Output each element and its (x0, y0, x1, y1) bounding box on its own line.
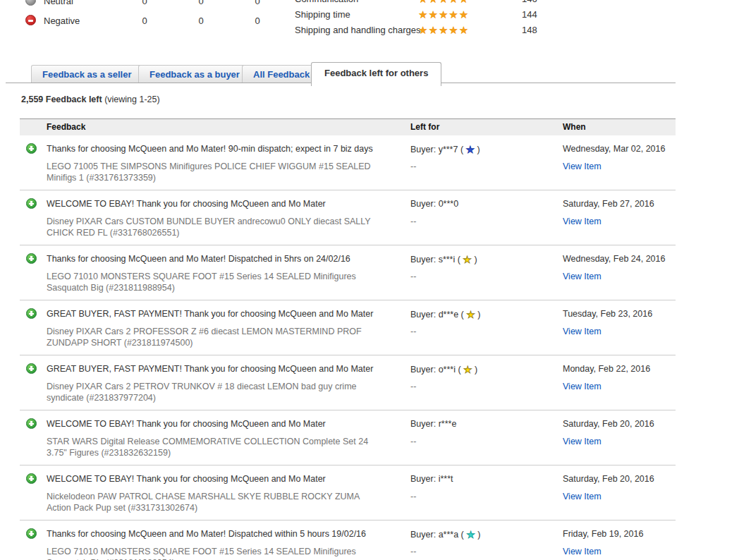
feedback-row: Thanks for choosing McQueen and Mo Mater… (20, 135, 676, 190)
dsr-star-rating-icon: ★★★★★ (418, 24, 469, 37)
left-for-cell: Buyer: a***a ( ★ ) -- (410, 521, 563, 560)
left-for-cell: Buyer: r***e -- (410, 410, 563, 465)
left-for-dash: -- (410, 492, 563, 501)
feedback-row: WELCOME TO EBAY! Thank you for choosing … (20, 465, 676, 521)
feedback-tabs: Feedback as a sellerFeedback as a buyerA… (0, 62, 751, 87)
summary-label: Negative (44, 16, 80, 26)
left-for-cell: Buyer: d***e ( ★ ) -- (410, 300, 563, 355)
positive-feedback-icon (26, 418, 37, 429)
tab-feedback-as-a-buyer[interactable]: Feedback as a buyer (138, 65, 251, 83)
neutral-feedback-icon (25, 0, 36, 6)
positive-feedback-icon (26, 473, 37, 484)
feedback-comment: GREAT BUYER, FAST PAYMENT! Thank you for… (47, 309, 405, 321)
summary-count: 0 (251, 0, 264, 6)
summary-label: Neutral (44, 0, 73, 6)
summary-row-neutral: Neutral000 (25, 0, 307, 7)
left-for-dash: -- (410, 162, 563, 171)
summary-count: 0 (251, 16, 264, 26)
dsr-star-rating-icon: ★★★★★ (418, 8, 469, 21)
feedback-star-wrap: ( ★ ) (458, 530, 480, 540)
buyer-label: Buyer: (410, 419, 436, 429)
buyer-username[interactable]: 0***0 (439, 199, 459, 209)
feedback-row: WELCOME TO EBAY! Thank you for choosing … (20, 410, 676, 465)
buyer-username[interactable]: a***a (439, 530, 459, 540)
feedback-date: Wednesday, Mar 02, 2016 (563, 144, 676, 156)
header-left-for: Left for (410, 119, 563, 135)
feedback-row: WELCOME TO EBAY! Thank you for choosing … (20, 190, 676, 245)
left-for-dash: -- (410, 272, 563, 281)
feedback-date: Wednesday, Feb 24, 2016 (563, 254, 676, 266)
left-for-dash: -- (410, 327, 563, 336)
feedback-cell: WELCOME TO EBAY! Thank you for choosing … (20, 465, 410, 520)
feedback-row: GREAT BUYER, FAST PAYMENT! Thank you for… (20, 355, 676, 410)
buyer-username[interactable]: y***7 (439, 145, 458, 154)
dsr-count: 144 (522, 9, 537, 20)
buyer-label: Buyer: (410, 145, 436, 154)
view-item-link[interactable]: View Item (563, 217, 602, 226)
item-description: Nickelodeon PAW PATROL CHASE MARSHALL SK… (47, 492, 385, 520)
buyer-label: Buyer: (410, 310, 436, 319)
item-description: Disney PIXAR Cars 2 PROFESSOR Z #6 dieca… (47, 327, 385, 355)
view-item-link[interactable]: View Item (563, 272, 602, 281)
buyer-username[interactable]: o***i (439, 365, 456, 375)
feedback-cell: WELCOME TO EBAY! Thank you for choosing … (20, 190, 410, 245)
feedback-cell: Thanks for choosing McQueen and Mo Mater… (20, 135, 410, 190)
buyer-username[interactable]: s***i (439, 255, 456, 264)
feedback-comment: Thanks for choosing McQueen and Mo Mater… (47, 529, 405, 541)
feedback-count-line: 2,559 Feedback left (viewing 1-25) (21, 95, 160, 104)
item-description: LEGO 71005 THE SIMPSONS Minifigures POLI… (47, 162, 385, 190)
positive-feedback-icon (26, 253, 37, 264)
left-for-cell: Buyer: s***i ( ★ ) -- (410, 245, 563, 300)
negative-feedback-icon (25, 15, 36, 25)
feedback-star-wrap: ( ★ ) (455, 255, 477, 264)
tab-feedback-left-for-others[interactable]: Feedback left for others (311, 62, 441, 86)
summary-count: 0 (138, 0, 151, 6)
left-for-dash: -- (410, 547, 563, 556)
buyer-username[interactable]: d***e (439, 310, 459, 319)
dsr-label: Communication (295, 0, 358, 4)
feedback-star-icon: ★ (463, 254, 472, 265)
feedback-rows: Thanks for choosing McQueen and Mo Mater… (20, 135, 676, 560)
feedback-star-wrap: ( ★ ) (456, 365, 477, 375)
feedback-table-header: Feedback Left for When (20, 118, 676, 135)
feedback-count-viewing: (viewing 1-25) (104, 95, 160, 104)
view-item-link[interactable]: View Item (563, 437, 602, 446)
tab-all-feedback[interactable]: All Feedback (242, 65, 321, 83)
summary-count: 0 (138, 16, 151, 26)
positive-feedback-icon (26, 528, 37, 539)
when-cell: Tuesday, Feb 23, 2016 View Item (563, 300, 676, 355)
view-item-link[interactable]: View Item (563, 162, 602, 171)
view-item-link[interactable]: View Item (563, 327, 602, 336)
feedback-date: Saturday, Feb 27, 2016 (563, 199, 676, 211)
positive-feedback-icon (26, 308, 37, 319)
view-item-link[interactable]: View Item (563, 382, 602, 391)
view-item-link[interactable]: View Item (563, 547, 602, 556)
item-description: Disney PIXAR Cars 2 PETROV TRUNKOV # 18 … (47, 382, 385, 410)
left-for-cell: Buyer: y***7 ( ★ ) -- (410, 135, 563, 190)
buyer-username[interactable]: r***e (439, 419, 457, 429)
dsr-label: Shipping time (295, 9, 350, 20)
feedback-comment: Thanks for choosing McQueen and Mo Mater… (47, 144, 405, 156)
feedback-star-wrap: ( ★ ) (458, 310, 480, 319)
buyer-label: Buyer: (410, 530, 436, 540)
feedback-comment: Thanks for choosing McQueen and Mo Mater… (47, 254, 405, 266)
summary-count: 0 (195, 16, 207, 26)
tab-feedback-as-a-seller[interactable]: Feedback as a seller (31, 65, 142, 83)
feedback-cell: GREAT BUYER, FAST PAYMENT! Thank you for… (20, 355, 410, 410)
positive-feedback-icon (26, 363, 37, 374)
left-for-cell: Buyer: o***i ( ★ ) -- (410, 355, 563, 410)
feedback-cell: GREAT BUYER, FAST PAYMENT! Thank you for… (20, 300, 410, 355)
summary-count: 0 (195, 0, 207, 6)
when-cell: Wednesday, Feb 24, 2016 View Item (563, 245, 676, 300)
buyer-label: Buyer: (410, 365, 436, 375)
left-for-cell: Buyer: i***t -- (410, 465, 563, 520)
feedback-star-wrap: ( ★ ) (458, 145, 480, 154)
left-for-dash: -- (410, 382, 563, 391)
when-cell: Saturday, Feb 20, 2016 View Item (563, 465, 676, 520)
view-item-link[interactable]: View Item (563, 492, 602, 501)
header-when: When (563, 119, 676, 135)
feedback-comment: WELCOME TO EBAY! Thank you for choosing … (47, 199, 405, 211)
feedback-comment: GREAT BUYER, FAST PAYMENT! Thank you for… (47, 364, 405, 376)
buyer-username[interactable]: i***t (439, 474, 453, 484)
feedback-cell: Thanks for choosing McQueen and Mo Mater… (20, 521, 410, 560)
